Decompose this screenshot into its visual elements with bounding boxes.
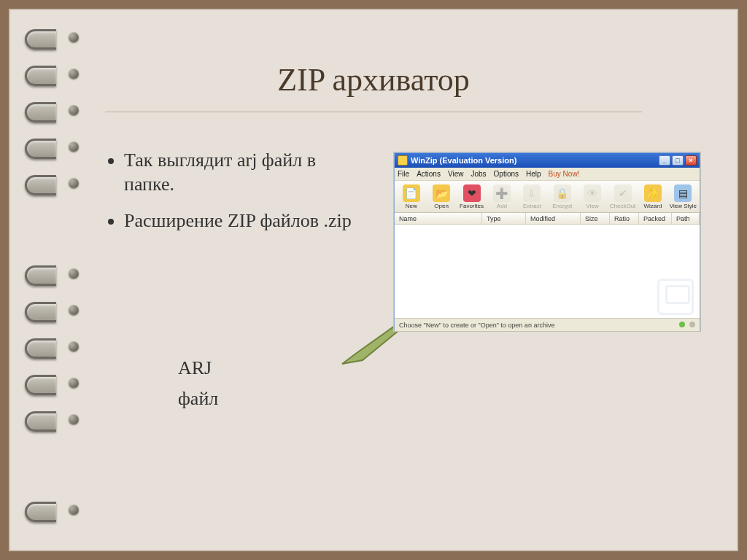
winzip-watermark-icon (657, 279, 694, 315)
toolbar-extract-button: ⇩Extract (519, 184, 546, 209)
winzip-menubar: FileActionsViewJobsOptionsHelpBuy Now! (395, 168, 700, 181)
window-controls: _ □ × (659, 155, 697, 166)
status-dot-grey (689, 322, 695, 327)
menu-item-help[interactable]: Help (526, 170, 541, 178)
winzip-status-text: Choose "New" to create or "Open" to open… (399, 322, 554, 329)
toolbar-new-button[interactable]: 📄New (398, 184, 425, 209)
toolbar-button-label: Favorites (460, 203, 484, 209)
toolbar-button-label: Extract (523, 203, 541, 209)
toolbar-wizard-button[interactable]: ✨Wizard (639, 184, 666, 209)
menu-item-options[interactable]: Options (494, 170, 519, 178)
column-header-path[interactable]: Path (672, 213, 700, 224)
menu-item-view[interactable]: View (448, 170, 464, 178)
wizard-icon: ✨ (644, 184, 662, 202)
toolbar-view-button: 👁View (578, 184, 605, 209)
toolbar-button-label: Add (497, 203, 507, 209)
bullet-item: Так выглядит arj файл в папке. (124, 149, 360, 196)
toolbar-add-button: ➕Add (488, 184, 515, 209)
status-dot-green (679, 322, 685, 327)
binding-ring (25, 375, 83, 391)
bullet-item: Расширение ZIP файлов .zip (124, 209, 360, 233)
menu-item-buynow[interactable]: Buy Now! (549, 170, 580, 178)
binding-ring (25, 338, 83, 354)
winzip-window: WinZip (Evaluation Version) _ □ × FileAc… (394, 152, 700, 331)
column-header-modified[interactable]: Modified (526, 213, 581, 224)
arj-caption: ARJ файл (178, 353, 218, 413)
extract-icon: ⇩ (523, 184, 541, 202)
binding-ring (25, 102, 83, 118)
binding-ring (25, 302, 83, 318)
viewstyle-icon: ▤ (674, 184, 692, 202)
toolbar-checkout-button: ✔CheckOut (609, 184, 636, 209)
toolbar-button-label: Encrypt (552, 203, 572, 209)
winzip-toolbar: 📄New📂Open❤Favorites➕Add⇩Extract🔒Encrypt👁… (395, 181, 700, 213)
toolbar-button-label: View Style (670, 203, 697, 209)
menu-item-file[interactable]: File (398, 170, 409, 178)
arj-caption-line2: файл (178, 384, 218, 414)
minimize-button[interactable]: _ (659, 155, 670, 166)
winzip-status-indicators (677, 322, 695, 329)
slide-frame: ZIP архиватор Так выглядит arj файл в па… (9, 9, 738, 551)
binding-ring (25, 139, 83, 155)
column-header-packed[interactable]: Packed (639, 213, 672, 224)
title-divider (105, 112, 642, 112)
toolbar-favorites-button[interactable]: ❤Favorites (458, 184, 485, 209)
binding-ring (25, 411, 83, 427)
toolbar-button-label: Wizard (644, 203, 662, 209)
column-header-ratio[interactable]: Ratio (610, 213, 639, 224)
maximize-button[interactable]: □ (672, 155, 684, 166)
toolbar-button-label: New (406, 203, 417, 209)
view-icon: 👁 (584, 184, 601, 202)
winzip-app-icon (398, 155, 408, 166)
winzip-column-headers: NameTypeModifiedSizeRatioPackedPath (395, 213, 700, 225)
menu-item-actions[interactable]: Actions (417, 170, 441, 178)
toolbar-button-label: View (587, 203, 599, 209)
new-icon: 📄 (403, 184, 420, 202)
toolbar-button-label: CheckOut (610, 203, 636, 209)
checkout-icon: ✔ (614, 184, 632, 202)
binding-ring (25, 502, 83, 518)
column-header-size[interactable]: Size (581, 213, 610, 224)
menu-item-jobs[interactable]: Jobs (471, 170, 486, 178)
arj-caption-line1: ARJ (178, 353, 218, 384)
slide-content: Так выглядит arj файл в папке.Расширение… (105, 149, 708, 521)
column-header-type[interactable]: Type (482, 213, 526, 224)
toolbar-encrypt-button: 🔒Encrypt (549, 184, 576, 209)
column-header-name[interactable]: Name (395, 213, 482, 224)
binding-ring (25, 265, 83, 281)
toolbar-viewstyle-button[interactable]: ▤View Style (670, 184, 697, 209)
slide-title: ZIP архиватор (10, 10, 737, 98)
favorites-icon: ❤ (463, 184, 481, 202)
bullet-list: Так выглядит arj файл в папке.Расширение… (105, 149, 360, 233)
toolbar-open-button[interactable]: 📂Open (427, 184, 454, 209)
toolbar-button-label: Open (434, 203, 449, 209)
winzip-titlebar[interactable]: WinZip (Evaluation Version) _ □ × (395, 153, 700, 168)
close-button[interactable]: × (685, 155, 697, 166)
binding-ring (25, 175, 83, 191)
open-icon: 📂 (433, 184, 450, 202)
add-icon: ➕ (493, 184, 511, 202)
winzip-title-text: WinZip (Evaluation Version) (411, 156, 516, 165)
winzip-statusbar: Choose "New" to create or "Open" to open… (395, 318, 700, 331)
winzip-file-area (395, 225, 700, 318)
encrypt-icon: 🔒 (554, 184, 571, 202)
